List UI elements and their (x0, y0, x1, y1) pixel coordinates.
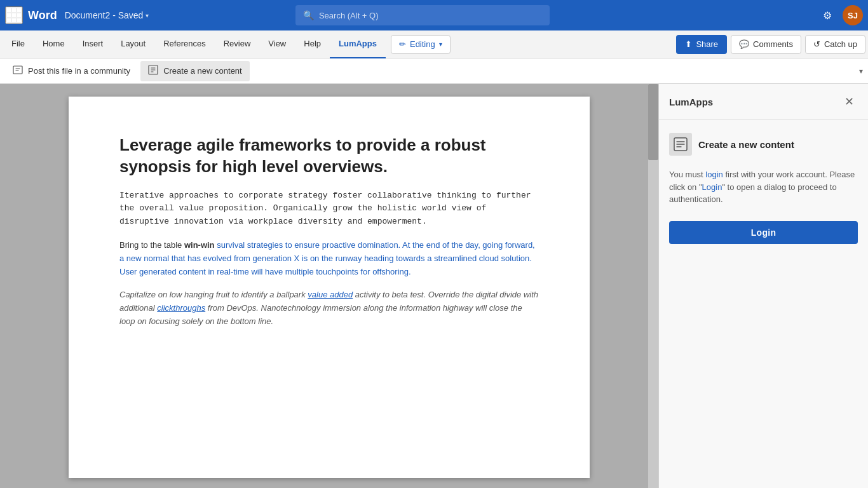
tab-references[interactable]: References (154, 30, 214, 58)
share-button[interactable]: ⬆ Share (676, 35, 727, 54)
login-quote-link: Login (702, 182, 722, 192)
sidebar-close-button[interactable]: ✕ (840, 93, 858, 111)
share-icon: ⬆ (685, 39, 692, 49)
editing-button[interactable]: ✏ Editing ▾ (391, 35, 451, 54)
close-icon: ✕ (844, 95, 854, 109)
editing-label: Editing (410, 39, 435, 49)
tab-insert[interactable]: Insert (74, 30, 112, 58)
comments-button[interactable]: 💬 Comments (731, 35, 801, 54)
doc-title-chevron-icon[interactable]: ▾ (146, 12, 149, 19)
sidebar-header: LumApps ✕ (659, 84, 868, 120)
sub-ribbon-collapse-icon[interactable]: ▾ (859, 67, 863, 76)
title-bar: Word Document2 - Saved ▾ 🔍 ⚙ SJ (0, 0, 868, 30)
main-layout: Leverage agile frameworks to provide a r… (0, 84, 868, 488)
sidebar-section-title: Create a new content (698, 139, 794, 150)
scroll-thumb[interactable] (648, 84, 658, 160)
sidebar-panel: LumApps ✕ Create a new content You must … (658, 84, 868, 488)
editing-chevron-icon: ▾ (439, 41, 442, 48)
para2-before-bold: Bring to the table (119, 240, 184, 250)
avatar-initials: SJ (848, 11, 858, 20)
tab-home[interactable]: Home (34, 30, 74, 58)
vertical-scrollbar[interactable] (648, 84, 658, 488)
document-area[interactable]: Leverage agile frameworks to provide a r… (0, 84, 658, 488)
create-content-button[interactable]: Create a new content (140, 61, 250, 81)
sidebar-content: Create a new content You must login firs… (659, 120, 868, 488)
clickthroughs-link[interactable]: clickthroughs (157, 303, 205, 313)
doc-title: Document2 - Saved (65, 10, 144, 20)
catchup-button[interactable]: ↺ Catch up (805, 35, 865, 54)
para2-bold: win-win (184, 240, 215, 250)
sidebar-title: LumApps (669, 97, 713, 107)
create-icon (148, 65, 158, 77)
document-para-3: Capitalize on low hanging fruit to ident… (119, 288, 539, 328)
comments-icon: 💬 (739, 39, 749, 49)
document-para-1: Iterative approaches to corporate strate… (119, 189, 539, 229)
post-file-button[interactable]: Post this file in a community (5, 61, 138, 81)
search-bar[interactable]: 🔍 (295, 5, 550, 25)
avatar-button[interactable]: SJ (843, 5, 863, 25)
tab-lumapps[interactable]: LumApps (330, 30, 386, 58)
sidebar-description: You must login first with your work acco… (669, 168, 858, 206)
svg-rect-0 (13, 66, 22, 74)
document-para-2: Bring to the table win-win survival stra… (119, 239, 539, 278)
share-label: Share (696, 39, 718, 49)
value-added-link[interactable]: value added (308, 290, 353, 299)
document-scroll: Leverage agile frameworks to provide a r… (13, 97, 646, 475)
create-content-label: Create a new content (163, 66, 242, 76)
document-page: Leverage agile frameworks to provide a r… (69, 97, 590, 478)
login-link-text: login (705, 170, 722, 179)
settings-button[interactable]: ⚙ (817, 5, 837, 25)
ribbon: File Home Insert Layout References Revie… (0, 30, 868, 58)
post-icon (13, 65, 23, 77)
post-file-label: Post this file in a community (28, 66, 130, 76)
tab-help[interactable]: Help (295, 30, 330, 58)
search-input[interactable] (319, 11, 542, 20)
sidebar-section-header: Create a new content (669, 133, 858, 156)
comments-label: Comments (753, 39, 793, 49)
sub-ribbon: Post this file in a community Create a n… (0, 58, 868, 84)
search-icon: 🔍 (303, 10, 314, 20)
tab-review[interactable]: Review (215, 30, 260, 58)
waffle-menu-button[interactable] (5, 6, 23, 24)
pencil-icon: ✏ (399, 39, 406, 49)
app-name: Word (28, 9, 57, 22)
catchup-label: Catch up (824, 39, 857, 49)
tab-view[interactable]: View (259, 30, 295, 58)
create-content-icon (669, 133, 692, 156)
document-heading: Leverage agile frameworks to provide a r… (119, 135, 539, 178)
tab-layout[interactable]: Layout (112, 30, 154, 58)
gear-icon: ⚙ (823, 10, 832, 22)
tab-file[interactable]: File (3, 30, 34, 58)
login-button[interactable]: Login (669, 221, 858, 244)
catchup-icon: ↺ (813, 39, 820, 49)
